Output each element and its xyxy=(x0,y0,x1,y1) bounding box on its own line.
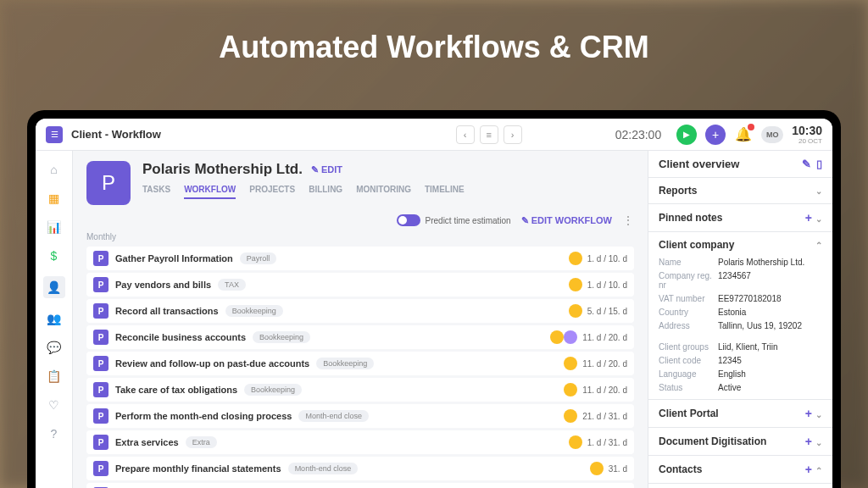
bell-icon[interactable]: 🔔 xyxy=(734,125,753,144)
chevron-up-icon[interactable]: ⌃ xyxy=(815,241,822,250)
contacts-icon[interactable]: 👤 xyxy=(43,276,65,298)
task-row[interactable]: PReview and follow-up on past-due accoun… xyxy=(86,352,634,375)
pinned-title[interactable]: Pinned notes xyxy=(659,212,722,224)
task-badge: P xyxy=(93,382,108,397)
right-panel: Client overview ✎▯ Reports⌄ Pinned notes… xyxy=(648,151,832,488)
plus-icon[interactable]: + xyxy=(805,407,812,420)
task-tag: Bookkeeping xyxy=(253,331,310,343)
field-label: Address xyxy=(659,321,718,330)
task-title: Pay vendors and bills xyxy=(115,280,211,290)
tab-tasks[interactable]: TASKS xyxy=(142,185,170,199)
avatar xyxy=(564,383,577,396)
field-value: EE97270182018 xyxy=(718,294,822,303)
client-avatar: P xyxy=(86,161,131,205)
tablet-frame: ☰ Client - Workflow ‹ ≡ › 02:23:00 ▶ + 🔔… xyxy=(27,110,841,488)
tab-projects[interactable]: PROJECTS xyxy=(249,185,295,199)
task-badge: P xyxy=(93,461,108,476)
task-title: Prepare monthly financial statements xyxy=(115,463,281,474)
home-icon[interactable]: ⌂ xyxy=(46,161,63,178)
more-menu[interactable]: ⋮ xyxy=(622,214,634,227)
nav-prev[interactable]: ‹ xyxy=(456,125,475,144)
client-name: Polaris Mothership Ltd. xyxy=(142,161,303,178)
topbar: ☰ Client - Workflow ‹ ≡ › 02:23:00 ▶ + 🔔… xyxy=(36,119,832,151)
dollar-icon[interactable]: $ xyxy=(46,247,63,264)
plus-icon[interactable]: + xyxy=(805,463,812,476)
field-value: Tallinn, Uus 19, 19202 xyxy=(718,321,822,330)
sidebar: ⌂ ▦ 📊 $ 👤 👥 💬 📋 ♡ ? xyxy=(36,151,73,488)
chat-icon[interactable]: 💬 xyxy=(46,339,63,356)
task-tag: Bookkeeping xyxy=(244,384,302,396)
chevron-down-icon[interactable]: ⌄ xyxy=(815,438,822,447)
layout-icon[interactable]: ▯ xyxy=(816,158,822,170)
task-meta: 31. d xyxy=(609,464,627,474)
chevron-down-icon[interactable]: ⌄ xyxy=(815,186,822,196)
chevron-down-icon[interactable]: ⌄ xyxy=(815,214,822,224)
tab-monitoring[interactable]: MONITORING xyxy=(356,185,411,199)
task-row[interactable]: PExtra servicesExtra1. d / 31. d xyxy=(86,430,634,454)
plus-icon[interactable]: + xyxy=(805,211,812,225)
nav-next[interactable]: › xyxy=(504,125,522,144)
task-row[interactable]: PPay vendors and billsTAX1. d / 10. d xyxy=(86,273,634,297)
task-badge: P xyxy=(93,356,108,371)
task-meta: 1. d / 10. d xyxy=(587,254,627,263)
task-meta: 11. d / 20. d xyxy=(582,359,627,369)
edit-client-button[interactable]: ✎ EDIT xyxy=(311,164,342,175)
task-tag: TAX xyxy=(218,279,246,291)
help-icon[interactable]: ? xyxy=(46,425,63,442)
chart-icon[interactable]: 📊 xyxy=(46,219,63,236)
avatar xyxy=(569,435,582,449)
chevron-up-icon[interactable]: ⌃ xyxy=(815,466,822,475)
field-label: Client groups xyxy=(659,342,718,352)
logo-icon[interactable]: ☰ xyxy=(46,126,63,143)
task-title: Record all transactions xyxy=(115,306,219,316)
task-tag: Payroll xyxy=(240,252,277,264)
predict-toggle[interactable] xyxy=(397,214,420,226)
nav-list[interactable]: ≡ xyxy=(480,125,498,144)
portal-title[interactable]: Client Portal xyxy=(659,408,719,419)
field-label: Client code xyxy=(659,356,718,365)
heart-icon[interactable]: ♡ xyxy=(46,396,63,413)
page-headline: Automated Workflows & CRM xyxy=(0,30,868,65)
field-label: Status xyxy=(659,383,718,392)
task-row[interactable]: PGather Payroll InformationPayroll1. d /… xyxy=(86,247,634,270)
edit-workflow-button[interactable]: ✎ EDIT WORKFLOW xyxy=(521,215,612,226)
tab-billing[interactable]: BILLING xyxy=(309,185,342,199)
field-value: 1234567 xyxy=(718,271,822,290)
edit-icon[interactable]: ✎ xyxy=(802,158,811,170)
tab-timeline[interactable]: TIMELINE xyxy=(425,185,465,199)
field-label: Name xyxy=(659,258,718,267)
clipboard-icon[interactable]: 📋 xyxy=(46,368,63,385)
field-value: 12345 xyxy=(718,356,822,365)
task-row[interactable]: PPerform the month-end closing processMo… xyxy=(86,404,634,428)
plus-icon[interactable]: + xyxy=(805,435,812,448)
company-title[interactable]: Client company xyxy=(659,239,734,251)
avatar xyxy=(564,330,577,344)
field-label: Language xyxy=(659,369,718,379)
tab-workflow[interactable]: WORKFLOW xyxy=(184,185,236,199)
user-badge[interactable]: MO xyxy=(761,126,783,143)
task-tag: Bookkeeping xyxy=(316,358,374,369)
task-title: Take care of tax obligations xyxy=(115,385,237,395)
task-title: Reconcile business accounts xyxy=(115,332,246,342)
task-row[interactable]: PTake care of tax obligationsBookkeeping… xyxy=(86,378,634,402)
chevron-down-icon[interactable]: ⌄ xyxy=(815,410,822,419)
task-row[interactable]: PRecord all transactionsBookkeeping5. d … xyxy=(86,299,634,323)
avatar xyxy=(550,330,564,344)
task-badge: P xyxy=(93,435,108,450)
digitisation-title[interactable]: Document Digitisation xyxy=(659,435,766,447)
task-row[interactable]: PPrepare monthly financial statementsMon… xyxy=(86,457,634,480)
field-label: Company reg. nr xyxy=(659,271,718,290)
field-value: Estonia xyxy=(718,308,822,317)
reports-title[interactable]: Reports xyxy=(659,185,697,197)
add-button[interactable]: + xyxy=(705,125,726,145)
users-icon[interactable]: 👥 xyxy=(46,310,63,327)
timer: 02:23:00 xyxy=(615,128,662,141)
calendar-icon[interactable]: ▦ xyxy=(46,190,63,207)
play-button[interactable]: ▶ xyxy=(676,125,697,145)
task-badge: P xyxy=(93,303,108,319)
task-badge: P xyxy=(93,330,108,345)
task-title: Gather Payroll Information xyxy=(115,253,233,263)
task-row[interactable]: PRun final payrollPayroll31. d xyxy=(86,483,634,488)
task-row[interactable]: PReconcile business accountsBookkeeping1… xyxy=(86,325,634,349)
contacts-title[interactable]: Contacts xyxy=(659,463,702,475)
